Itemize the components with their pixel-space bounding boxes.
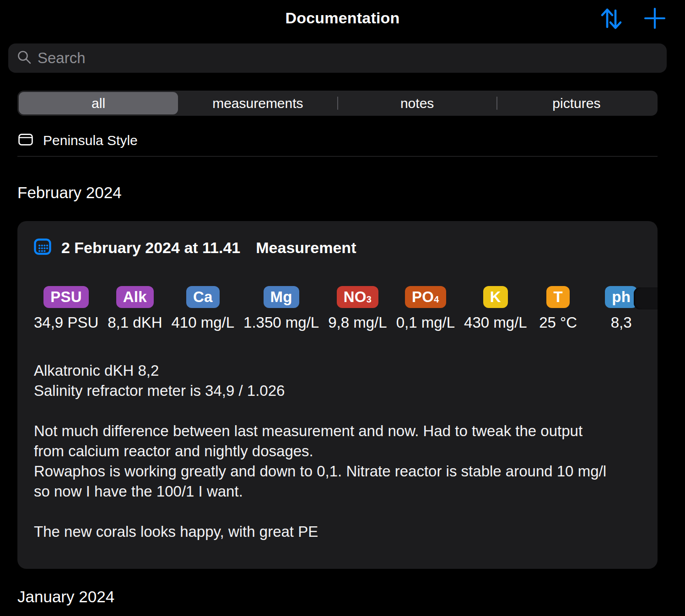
parameter-psu: PSU34,9 PSU bbox=[34, 286, 98, 331]
parameter-mg: Mg1.350 mg/L bbox=[243, 286, 319, 331]
sort-arrows-icon bbox=[598, 5, 624, 33]
search-bar[interactable] bbox=[8, 43, 667, 73]
section-header-february: February 2024 bbox=[17, 184, 122, 202]
parameter-k: K430 mg/L bbox=[464, 286, 527, 331]
tab-all[interactable]: all bbox=[19, 92, 178, 114]
parameter-t: T25 °C bbox=[536, 286, 580, 331]
tank-row[interactable]: Peninsula Style bbox=[18, 133, 138, 148]
partial-next-badge bbox=[634, 287, 658, 309]
param-value: 8,1 dKH bbox=[108, 314, 162, 331]
parameter-alk: Alk8,1 dKH bbox=[108, 286, 162, 331]
entry-type: Measurement bbox=[256, 239, 356, 257]
param-value: 25 °C bbox=[539, 314, 577, 331]
param-value: 9,8 mg/L bbox=[328, 314, 387, 331]
divider bbox=[17, 156, 658, 157]
entry-header: 2 February 2024 at 11.41 Measurement bbox=[34, 237, 641, 259]
param-badge: PO4 bbox=[405, 286, 446, 308]
page-title: Documentation bbox=[0, 9, 685, 27]
param-badge: T bbox=[546, 286, 569, 308]
search-icon bbox=[16, 49, 32, 67]
parameter-no3: NO39,8 mg/L bbox=[328, 286, 387, 331]
tank-name: Peninsula Style bbox=[43, 133, 138, 148]
tab-pictures[interactable]: pictures bbox=[497, 92, 656, 114]
add-entry-button[interactable] bbox=[641, 5, 669, 33]
param-badge: Alk bbox=[116, 286, 154, 308]
aquarium-tank-icon bbox=[18, 134, 33, 147]
tab-notes[interactable]: notes bbox=[338, 92, 497, 114]
param-value: 34,9 PSU bbox=[34, 314, 98, 331]
param-badge: Mg bbox=[264, 286, 299, 308]
param-value: 430 mg/L bbox=[464, 314, 527, 331]
param-badge: PSU bbox=[43, 286, 89, 308]
param-value: 1.350 mg/L bbox=[243, 314, 319, 331]
measurement-entry-card[interactable]: 2 February 2024 at 11.41 Measurement PSU… bbox=[17, 221, 658, 569]
calendar-icon bbox=[34, 238, 51, 257]
top-bar: Documentation bbox=[0, 0, 685, 38]
param-badge: K bbox=[483, 286, 508, 308]
param-badge: ph bbox=[605, 286, 637, 308]
section-header-january: January 2024 bbox=[17, 588, 114, 606]
plus-icon bbox=[643, 7, 666, 31]
tab-measurements[interactable]: measurements bbox=[178, 92, 337, 114]
param-value: 0,1 mg/L bbox=[396, 314, 455, 331]
parameter-ca: Ca410 mg/L bbox=[172, 286, 235, 331]
sort-button[interactable] bbox=[597, 5, 625, 33]
entry-date: 2 February 2024 at 11.41 bbox=[61, 239, 240, 257]
entry-notes: Alkatronic dKH 8,2 Salinity refractor me… bbox=[34, 361, 642, 542]
param-badge: NO3 bbox=[337, 286, 378, 308]
search-input[interactable] bbox=[38, 49, 658, 67]
parameter-po4: PO40,1 mg/L bbox=[396, 286, 455, 331]
param-value: 410 mg/L bbox=[172, 314, 235, 331]
param-value: 8,3 bbox=[611, 314, 632, 331]
parameter-row: PSU34,9 PSUAlk8,1 dKHCa410 mg/LMg1.350 m… bbox=[34, 286, 641, 331]
filter-segmented-control: allmeasurementsnotespictures bbox=[17, 91, 658, 116]
param-badge: Ca bbox=[186, 286, 220, 308]
